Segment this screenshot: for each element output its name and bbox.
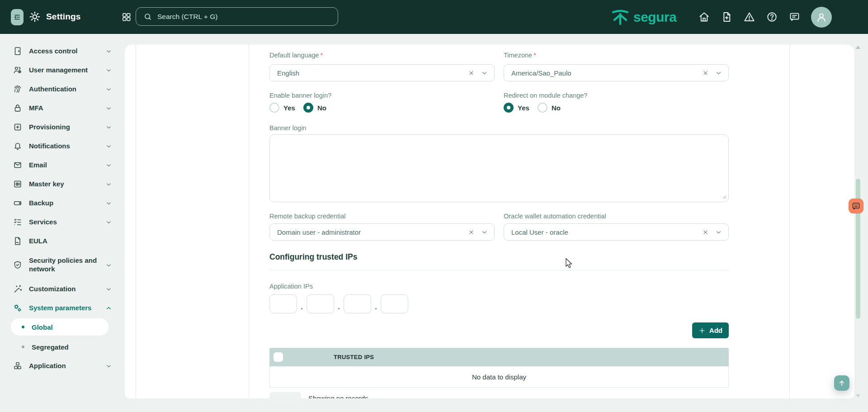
support-chat-widget-button[interactable]	[849, 199, 863, 213]
radio-option-no[interactable]: No	[303, 103, 326, 113]
chevron-down-icon	[105, 262, 112, 269]
top-bar: Settings Search (CTRL + G) segura·	[0, 0, 868, 34]
sidebar-item-label: Services	[29, 218, 105, 227]
settings-gear-icon	[28, 10, 42, 24]
radio-option-yes[interactable]: Yes	[504, 103, 529, 113]
table-header-row: TRUSTED IPS	[269, 348, 729, 366]
home-icon[interactable]	[698, 11, 710, 23]
chevron-down-icon	[105, 124, 112, 131]
ip-octet-1-input[interactable]	[269, 294, 297, 313]
new-file-icon[interactable]	[721, 11, 733, 23]
sidebar-item-mfa[interactable]: MFA	[0, 99, 120, 118]
required-marker: *	[533, 52, 536, 59]
radio-selected[interactable]	[504, 103, 514, 113]
sidebar-item-eula[interactable]: EULA	[0, 232, 120, 251]
required-marker: *	[321, 52, 323, 59]
square-plus-icon	[13, 122, 23, 132]
brand-wordmark: segura	[633, 9, 676, 25]
table-empty-row: No data to display	[269, 366, 729, 388]
sidebar-subitem-global[interactable]: Global	[11, 318, 108, 336]
radio-selected[interactable]	[303, 103, 313, 113]
radio-unselected[interactable]	[538, 103, 547, 113]
sidebar-item-user-management[interactable]: User management	[0, 61, 120, 80]
section-title: Configuring trusted IPs	[269, 252, 729, 262]
ip-separator: .	[338, 302, 340, 312]
ip-separator: .	[301, 302, 303, 312]
sidebar-item-label: Customization	[29, 285, 105, 294]
clear-icon[interactable]	[468, 70, 475, 76]
sidebar-item-backup[interactable]: Backup	[0, 194, 120, 213]
sidebar-item-label: MFA	[29, 104, 105, 113]
sidebar-item-notifications[interactable]: Notifications	[0, 137, 120, 156]
sidebar-item-access-control[interactable]: Access control	[0, 42, 120, 61]
banner-login-textarea[interactable]	[269, 134, 729, 202]
clear-icon[interactable]	[702, 229, 709, 236]
select-all-checkbox[interactable]	[274, 352, 283, 362]
sidebar-item-label: Access control	[29, 47, 105, 56]
sidebar-item-system-parameters[interactable]: System parameters	[0, 298, 120, 317]
sidebar-item-email[interactable]: Email	[0, 156, 120, 175]
ip-octet-2-input[interactable]	[307, 294, 334, 313]
sidebar-item-label: Authentication	[29, 85, 105, 94]
bell-icon	[13, 141, 23, 151]
remote-backup-credential-select[interactable]: Domain user - administrator	[269, 223, 495, 241]
main-content-panel: Default language* Timezone* English Amer…	[125, 45, 854, 398]
sidebar-subitem-label: Segregated	[32, 343, 69, 351]
sidebar-item-label: User management	[29, 66, 105, 75]
gears-icon	[13, 303, 23, 313]
remote-backup-credential-label: Remote backup credential	[269, 212, 495, 220]
brand-trademark: ·	[676, 15, 678, 20]
shield-check-icon	[13, 260, 23, 270]
sidebar-item-security-policies[interactable]: Security policies and network	[0, 251, 120, 279]
ip-octet-3-input[interactable]	[344, 294, 371, 313]
scroll-to-top-button[interactable]	[834, 375, 849, 391]
sidebar-item-services[interactable]: Services	[0, 213, 120, 232]
apps-grid-icon[interactable]	[121, 12, 132, 22]
enable-banner-login-label: Enable banner login?	[269, 91, 495, 99]
default-language-select[interactable]: English	[269, 64, 495, 81]
timezone-select[interactable]: America/Sao_Paulo	[504, 64, 729, 81]
scrollbar-down-arrow[interactable]	[856, 394, 860, 398]
ip-octet-4-input[interactable]	[381, 294, 408, 313]
selected-value: English	[277, 69, 468, 77]
chevron-down-icon[interactable]	[481, 70, 488, 76]
oracle-wallet-credential-select[interactable]: Local User - oracle	[504, 223, 729, 241]
radio-option-no[interactable]: No	[538, 103, 561, 113]
clear-icon[interactable]	[702, 70, 709, 76]
alerts-warning-icon[interactable]	[743, 11, 755, 23]
users-icon	[13, 65, 23, 75]
clear-icon[interactable]	[468, 229, 475, 236]
selected-value: Local User - oracle	[511, 228, 702, 236]
sidebar-item-application[interactable]: Application	[0, 356, 120, 375]
radio-option-yes[interactable]: Yes	[269, 103, 295, 113]
chevron-down-icon	[105, 286, 112, 293]
user-avatar[interactable]	[811, 7, 832, 28]
sidebar-item-customization[interactable]: Customization	[0, 279, 120, 298]
sidebar-collapse-button[interactable]	[11, 9, 24, 25]
sidebar-subitem-segregated[interactable]: Segregated	[0, 337, 120, 356]
chevron-down-icon[interactable]	[715, 229, 722, 236]
sidebar-item-authentication[interactable]: Authentication	[0, 80, 120, 99]
chevron-down-icon[interactable]	[715, 70, 722, 76]
scrollbar-up-arrow[interactable]	[856, 46, 860, 49]
column-header-trusted-ips: TRUSTED IPS	[334, 354, 374, 360]
collapse-sidebar-icon	[13, 13, 21, 21]
chevron-up-icon	[105, 305, 112, 312]
chevron-down-icon	[105, 181, 112, 188]
radio-unselected[interactable]	[269, 103, 279, 113]
sidebar-item-master-key[interactable]: Master key	[0, 175, 120, 194]
panel-divider	[249, 45, 249, 398]
help-icon[interactable]	[766, 11, 778, 23]
vertical-scrollbar[interactable]	[856, 45, 860, 398]
feedback-chat-icon[interactable]	[788, 11, 801, 23]
add-button[interactable]: Add	[692, 322, 729, 338]
application-ips-inputs: . . .	[269, 294, 729, 313]
redirect-on-module-change-label: Redirect on module change?	[504, 91, 729, 99]
sidebar-item-provisioning[interactable]: Provisioning	[0, 118, 120, 137]
enable-banner-login-radio-group: Yes No	[269, 102, 495, 113]
sidebar-item-label: Backup	[29, 199, 105, 208]
page-size-select[interactable]	[269, 392, 301, 398]
search-input[interactable]: Search (CTRL + G)	[136, 7, 338, 26]
chevron-down-icon[interactable]	[481, 229, 488, 236]
global-parameters-form: Default language* Timezone* English Amer…	[269, 45, 729, 398]
